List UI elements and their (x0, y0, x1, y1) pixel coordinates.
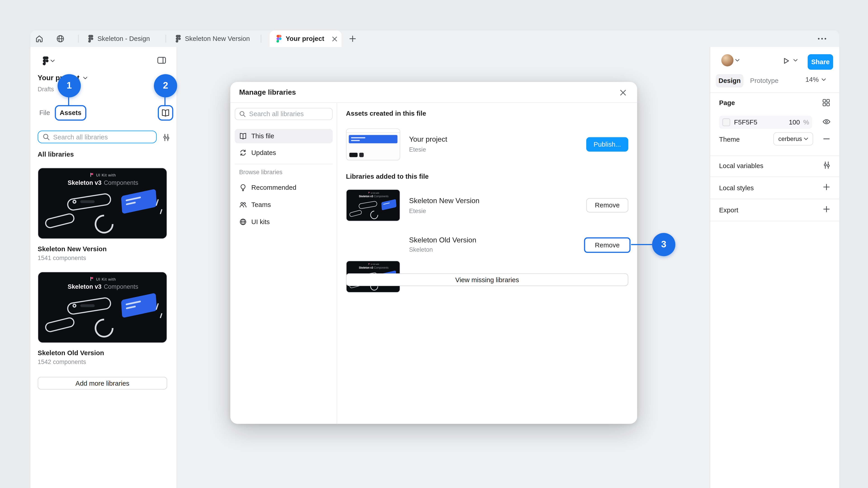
tab-design[interactable]: Design (716, 74, 743, 88)
library-search-input[interactable] (53, 133, 152, 141)
card-shape (381, 199, 397, 210)
add-export-button[interactable] (822, 205, 831, 214)
nav-this-file[interactable]: This file (235, 129, 333, 143)
nav-label: Teams (251, 201, 271, 208)
view-missing-libraries-button[interactable]: View missing libraries (346, 273, 628, 286)
percent-sign: % (803, 119, 809, 126)
project-title-row[interactable]: Your project (38, 73, 87, 83)
tick-shape (160, 209, 162, 214)
chevron-down-icon (735, 59, 740, 62)
dialog-close-button[interactable] (617, 87, 628, 98)
divider (710, 199, 839, 199)
libraries-added-heading: Libraries added to this file (346, 173, 429, 180)
nav-recommended[interactable]: Recommended (235, 180, 333, 195)
avatar-menu-chevron[interactable] (735, 59, 740, 62)
project-subtitle: Drafts (38, 86, 54, 92)
teams-icon (239, 201, 247, 208)
new-tab-button[interactable] (349, 35, 356, 42)
nav-updates[interactable]: Updates (235, 145, 333, 160)
tab-skeleton-design[interactable]: Skeleton - Design (81, 31, 164, 47)
library-card[interactable]: UI Kit with Skeleton v3Components (38, 271, 167, 365)
thumb-chip (349, 153, 358, 157)
ui-kit-flag-icon (90, 173, 94, 177)
file-title: Your project (409, 135, 447, 143)
globe-icon (239, 218, 247, 226)
pill-shape (44, 316, 75, 333)
color-hex-value[interactable]: F5F5F5 (734, 119, 757, 126)
user-avatar[interactable] (721, 54, 734, 66)
theme-label: Theme (719, 135, 740, 143)
theme-select[interactable]: cerberus (773, 132, 813, 145)
left-sidebar: Your project Drafts File Assets All libr… (31, 47, 177, 488)
nav-ui-kits[interactable]: UI kits (235, 215, 333, 229)
export-label: Export (719, 206, 738, 214)
local-variables-button[interactable] (822, 160, 831, 169)
home-button[interactable] (35, 34, 43, 43)
library-card[interactable]: UI Kit with Skeleton v3Components (38, 168, 167, 261)
thumb-chip (359, 153, 364, 157)
tab-skeleton-new-version[interactable]: Skeleton New Version (169, 31, 260, 47)
book-icon (161, 108, 170, 117)
tab-your-project[interactable]: Your project (270, 31, 342, 47)
nav-teams[interactable]: Teams (235, 197, 333, 212)
thumb-hero (349, 135, 398, 143)
color-swatch[interactable] (722, 119, 730, 126)
library-card-title: Skeleton New Version (38, 245, 167, 253)
dialog-search[interactable] (235, 108, 333, 120)
dialog-search-input[interactable] (249, 110, 328, 118)
filter-button[interactable] (161, 132, 171, 142)
library-button-highlight (158, 105, 174, 121)
figma-logo-icon (43, 57, 49, 65)
file-owner: Etesie (409, 146, 426, 153)
manage-libraries-dialog: Manage libraries This file Updates (230, 82, 637, 424)
library-row-title: Skeleton Old Version (409, 236, 476, 244)
close-icon (620, 90, 626, 96)
thumb-name: Skeleton v3 (68, 179, 101, 186)
community-button[interactable] (56, 34, 65, 43)
project-title: Your project (38, 74, 80, 82)
opacity-value[interactable]: 100 (781, 119, 800, 126)
visibility-button[interactable] (822, 117, 831, 126)
remove-button[interactable]: Remove (586, 198, 628, 213)
sliders-icon (822, 161, 831, 169)
present-options-button[interactable] (793, 59, 798, 62)
tab-prototype[interactable]: Prototype (750, 77, 778, 85)
thumb-suffix: Components (104, 179, 138, 186)
thumbnail-art: UI Kit with Skeleton v3Components (38, 168, 167, 239)
thumbnail-art: UI Kit with Skeleton v3Components (346, 190, 400, 221)
library-search[interactable] (38, 131, 157, 143)
close-tab-button[interactable] (332, 36, 337, 41)
bar-shape (80, 304, 95, 307)
tab-file[interactable]: File (35, 105, 55, 121)
library-row-owner: Etesie (409, 207, 426, 214)
nav-label: This file (251, 132, 274, 140)
divider (710, 156, 839, 156)
share-button[interactable]: Share (808, 54, 833, 70)
add-more-libraries-button[interactable]: Add more libraries (38, 377, 167, 390)
library-row-title: Skeleton New Version (409, 196, 479, 205)
pill-shape (358, 201, 377, 209)
main-menu-button[interactable] (38, 55, 59, 67)
zoom-control[interactable]: 14% (805, 76, 826, 84)
remove-button-highlighted[interactable]: Remove (584, 237, 631, 253)
remove-theme-button[interactable] (822, 134, 831, 143)
nav-label: Updates (251, 149, 276, 157)
refresh-icon (239, 149, 247, 157)
present-button[interactable] (781, 56, 791, 66)
assets-tab-highlight: Assets (55, 105, 86, 121)
right-sidebar: Share Design Prototype 14% Page F5F5F5 1… (710, 47, 839, 488)
publish-button[interactable]: Publish... (586, 137, 628, 152)
divider (235, 164, 333, 164)
page-color-control[interactable]: F5F5F5 100 % (719, 116, 812, 129)
thumb-topbar (346, 129, 400, 133)
tab-label: Skeleton - Design (97, 35, 150, 42)
card-shape (121, 189, 157, 214)
local-styles-label: Local styles (719, 184, 754, 192)
library-card-title: Skeleton Old Version (38, 349, 167, 357)
tab-assets[interactable]: Assets (60, 109, 81, 117)
libraries-button[interactable] (161, 108, 170, 117)
page-swatches-button[interactable] (821, 97, 831, 107)
add-style-button[interactable] (822, 183, 831, 191)
window-menu-button[interactable] (817, 38, 827, 40)
panel-toggle-button[interactable] (157, 55, 166, 65)
